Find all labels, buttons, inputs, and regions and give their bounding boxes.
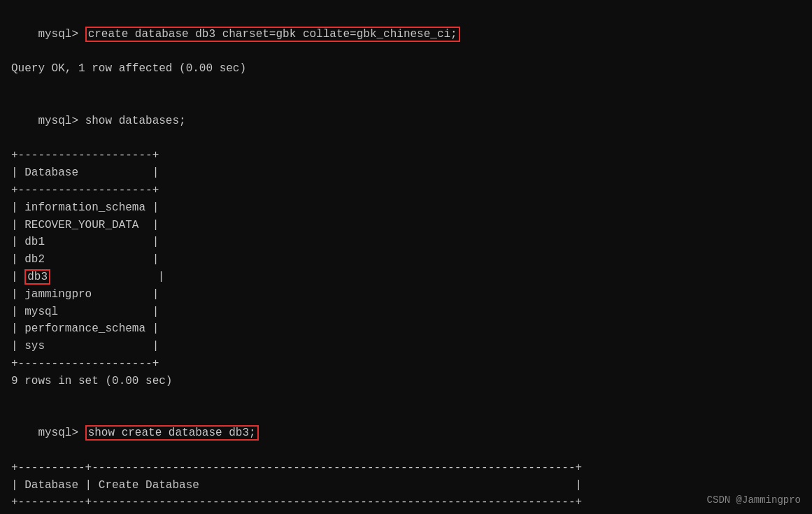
table-row-mysql: | mysql | (11, 304, 801, 321)
separator-1: +--------------------+ (11, 147, 801, 164)
separator-2: +--------------------+ (11, 182, 801, 199)
show-databases-command: show databases; (85, 115, 186, 127)
table-header-2: | Database | Create Database | (11, 477, 801, 494)
watermark: CSDN @Jammingpro (707, 494, 801, 506)
separator-4: +----------+----------------------------… (11, 459, 801, 477)
command-line-3: mysql> show create database db3; (11, 407, 801, 459)
create-db-command: create database db3 charset=gbk collate=… (85, 27, 460, 42)
terminal-window: mysql> create database db3 charset=gbk c… (0, 0, 812, 514)
command-line-1: mysql> create database db3 charset=gbk c… (11, 8, 801, 60)
prompt-2: mysql> (38, 115, 85, 127)
query-result-2: 9 rows in set (0.00 sec) (11, 373, 801, 390)
query-result-1: Query OK, 1 row affected (0.00 sec) (11, 60, 801, 78)
show-create-db-command: show create database db3; (85, 425, 259, 441)
blank-1 (11, 78, 801, 95)
table-row-recover: | RECOVER_YOUR_DATA | (11, 217, 801, 234)
table-row-db1: | db1 | (11, 234, 801, 251)
table-row-information-schema: | information_schema | (11, 199, 801, 217)
blank-2 (11, 390, 801, 408)
table-row-performance-schema: | performance_schema | (11, 320, 801, 338)
prompt-1: mysql> (38, 28, 85, 41)
db3-cell: db3 (24, 269, 50, 285)
table-row-db2: | db2 | (11, 251, 801, 269)
table-row-jammingpro: | jammingpro | (11, 286, 801, 304)
table-header-1: | Database | (11, 164, 801, 182)
separator-5: +----------+----------------------------… (11, 494, 801, 511)
separator-3: +--------------------+ (11, 355, 801, 373)
table-row-create-db3: | db3 | CREATE DATABASE `db3` /*!40100 D… (11, 511, 801, 514)
table-row-db3: | db3 | (11, 269, 801, 286)
table-row-sys: | sys | (11, 338, 801, 355)
command-line-2: mysql> show databases; (11, 95, 801, 147)
prompt-3: mysql> (38, 427, 85, 439)
